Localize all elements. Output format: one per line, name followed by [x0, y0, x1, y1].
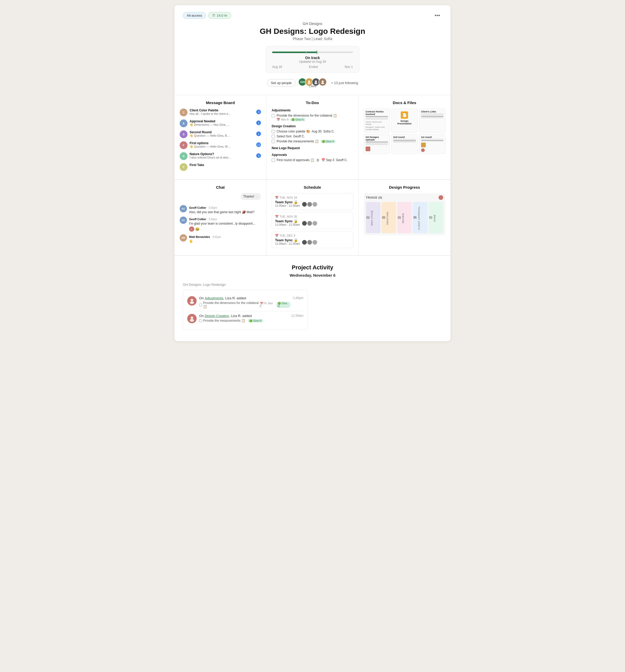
svg-point-3 — [314, 82, 318, 84]
chat-time-2: 3:26pm — [208, 218, 217, 221]
progress-board: TRIAGE (0) (1) IDEA STAGE (2) DRAFTING (… — [364, 193, 445, 235]
list-item[interactable]: A Approval Needed 👋 Dimensions — Hey Gin… — [180, 119, 261, 127]
activity-desc-2: Provide the measurements 📋 🟢 Gina H. — [199, 319, 288, 322]
msg-preview-5: I also noticed Gina's art & design inclu… — [190, 156, 231, 159]
todo-item-content: Provide the measurements 📋 🟢 Gina H. — [277, 140, 336, 143]
activity-date-label: Wednesday, November 6 — [183, 273, 442, 278]
chat-title: Chat — [180, 185, 261, 190]
header-top-row: All-access ⏱ 14.0 hr ••• — [183, 11, 442, 20]
todo-checkbox[interactable] — [272, 130, 275, 133]
timeline-dates: Aug 18 Ended Nov 1 — [272, 65, 353, 69]
todo-checkbox[interactable] — [272, 114, 275, 117]
schedule-time-3: 11:00am - 11:30am — [275, 242, 300, 245]
list-item[interactable]: C Client Color Palette Hey all - I spoke… — [180, 109, 261, 116]
chat-message-3: MB Matt Benavides 3:31pm 🖐 — [180, 234, 261, 243]
col-label-drafting: DRAFTING — [386, 212, 389, 225]
schedule-event-info-2: Team Sync 🔒 11:00am - 11:30am — [275, 219, 300, 226]
schedule-event-title-3: Team Sync 🔒 — [275, 238, 300, 242]
svg-point-0 — [308, 80, 310, 82]
grid-row-1: Message Board C Client Color Palette Hey… — [175, 95, 450, 179]
chat-avatar-3: MB — [180, 234, 187, 242]
chat-reactions: L 😂 ··· — [189, 226, 261, 232]
list-item[interactable]: S Second Round 👋 Question — Hello Gina, … — [180, 130, 261, 138]
list-item[interactable]: F First Take — [180, 163, 261, 171]
svg-point-1 — [307, 82, 311, 84]
all-access-badge[interactable]: All-access — [183, 12, 206, 19]
schedule-event-2[interactable]: 📅 TUE, NOV 26 Team Sync 🔒 11:00am - 11:3… — [272, 212, 353, 229]
schedule-avatars-3 — [302, 240, 317, 245]
doc-line — [421, 116, 443, 117]
timeline-start: Aug 18 — [272, 65, 282, 69]
chat-self-row: Thanks! ··· — [180, 193, 261, 202]
svg-point-2 — [315, 80, 317, 82]
col-label-done: DONE — [433, 214, 436, 222]
msg-title-5: Nature Options? — [190, 152, 254, 156]
activity-checkbox-1 — [199, 304, 202, 306]
activity-title: Project Activity — [183, 264, 442, 271]
schedule-event-info-3: Team Sync 🔒 11:00am - 11:30am — [275, 238, 300, 245]
doc-card-2nd-round[interactable]: 2nd round — [391, 134, 417, 154]
progress-avatar — [439, 195, 443, 200]
timeline-status: On track — [272, 56, 353, 60]
todo-item: Provide the dimensions for the collatera… — [272, 114, 353, 121]
chat-sender-1: Geoff Collier — [189, 206, 206, 209]
schedule-event-3[interactable]: 📅 TUE, DEC 3 Team Sync 🔒 11:00am - 11:30… — [272, 231, 353, 248]
timeline-card: On track Updated on Aug 29 Aug 18 Ended … — [265, 46, 360, 73]
timeline-tick-ended — [306, 50, 306, 54]
doc-line — [366, 143, 388, 144]
todo-section-adjustments: Adjustments Provide the dimensions for t… — [272, 109, 353, 121]
todo-item-content: Provide the dimensions for the collatera… — [277, 114, 337, 121]
todo-item-meta: 📅 Nov 8 🟢 Gina H. — [277, 118, 337, 121]
progress-header: TRIAGE (0) — [366, 195, 443, 200]
org-name: GH Designs — [183, 22, 442, 26]
todo-section-approvals: Approvals First round of approvals 📋 3 📅… — [272, 153, 353, 162]
sched-av — [302, 240, 307, 245]
chat-message-2: GC Geoff Collier 3:26pm I'm glad your te… — [180, 217, 261, 232]
todo-item-content: First round of approvals 📋 3 📅 Sep 3 Geo… — [277, 158, 347, 162]
chat-msg-content-3: Matt Benavides 3:31pm 🖐 — [189, 234, 261, 243]
chat-sender-3: Matt Benavides — [189, 235, 210, 238]
activity-link-adjustments[interactable]: Adjustments — [205, 296, 224, 300]
activity-checkbox-2 — [199, 319, 202, 322]
todo-item: First round of approvals 📋 3 📅 Sep 3 Geo… — [272, 158, 353, 162]
msg-content-1: Client Color Palette Hey all - I spoke t… — [190, 109, 254, 115]
activity-desc-1: Provide the dimensions for the collatera… — [199, 301, 291, 308]
schedule-date-2: 📅 TUE, NOV 26 — [275, 215, 349, 218]
svg-point-4 — [322, 80, 324, 82]
doc-card-1st-round[interactable]: 1st round — [419, 134, 445, 154]
design-progress-title: Design Progress — [364, 185, 445, 190]
todo-checkbox[interactable] — [272, 135, 275, 138]
doc-line — [366, 116, 388, 117]
message-board-cell: Message Board C Client Color Palette Hey… — [175, 95, 267, 179]
todo-checkbox[interactable] — [272, 140, 275, 143]
chat-msg-header-3: Matt Benavides 3:31pm — [189, 234, 261, 239]
schedule-event-1[interactable]: 📅 TUE, NOV 19 Team Sync 🔒 11:00am - 11:3… — [272, 193, 353, 210]
msg-badge-1: 3 — [256, 110, 261, 114]
list-item[interactable]: F First options 👋 Question — Hello Gina,… — [180, 141, 261, 149]
avatars-group: GH Client — [298, 78, 327, 88]
chat-self-ellipsis: ··· — [256, 195, 258, 198]
more-options-button[interactable]: ••• — [433, 11, 442, 20]
activity-avatar-2 — [187, 314, 196, 323]
doc-card-contract[interactable]: Contract Parties involved Client: Name a… — [364, 109, 390, 133]
chat-sender-2: Geoff Collier — [189, 218, 206, 221]
setup-people-button[interactable]: Set up people — [267, 79, 296, 87]
doc-card-uploads[interactable]: GH Designs Uploads — [364, 134, 390, 154]
doc-card-design-presentation[interactable]: 📄 Design Presentation — [391, 109, 417, 133]
header-badges: All-access ⏱ 14.0 hr — [183, 12, 231, 19]
doc-line — [421, 117, 443, 118]
list-item[interactable]: N Nature Options? I also noticed Gina's … — [180, 152, 261, 160]
todo-item-text: Provide the dimensions for the collatera… — [277, 114, 337, 117]
doc-lines — [366, 142, 388, 151]
doc-line — [421, 139, 443, 140]
activity-link-design-creation[interactable]: Design Creation — [205, 314, 229, 318]
doc-card-client-links[interactable]: Client's Links — [419, 109, 445, 133]
sched-av — [307, 240, 312, 245]
chat-reaction-more: ··· — [201, 228, 203, 231]
doc-line — [393, 140, 416, 141]
msg-content-4: First options 👋 Question — Hello Gina, W… — [190, 141, 254, 148]
timeline-end: Nov 1 — [345, 65, 353, 69]
chat-cell: Chat Thanks! ··· GC Geoff Collier 3:26pm… — [175, 180, 267, 256]
msg-title-2: Approval Needed — [190, 119, 254, 123]
todo-checkbox[interactable] — [272, 159, 275, 162]
